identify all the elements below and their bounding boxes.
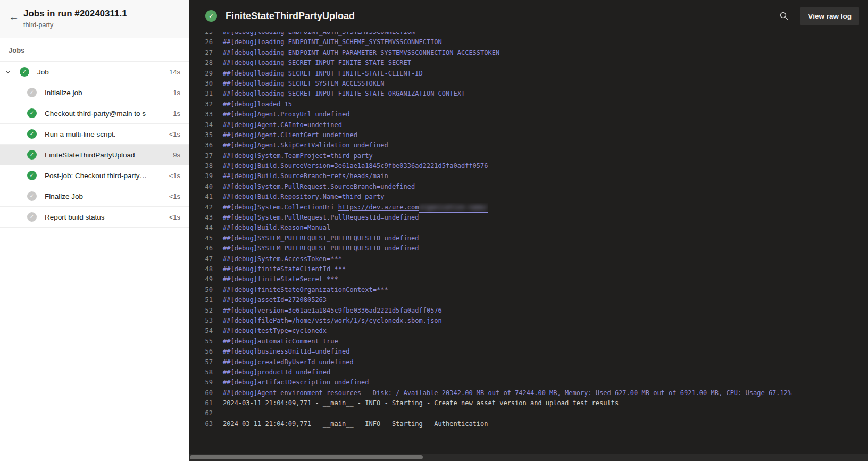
line-number: 56 — [189, 347, 213, 357]
log-line: 612024-03-11 21:04:09,771 - __main__ - I… — [189, 398, 868, 408]
line-text: ##[debug]SYSTEM_PULLREQUEST_PULLREQUESTI… — [223, 233, 419, 244]
line-text: ##[debug]SYSTEM_PULLREQUEST_PULLREQUESTI… — [223, 244, 419, 254]
line-number: 25 — [189, 32, 213, 37]
step-row[interactable]: ✓Run a multi-line script.<1s — [0, 124, 189, 145]
log-line: 36##[debug]Agent.SkipCertValidation=unde… — [189, 140, 868, 150]
line-text: ##[debug]filePath=/home/vsts/work/1/s/cy… — [223, 316, 442, 326]
step-label: Checkout third-party@main to s — [45, 110, 169, 118]
step-row[interactable]: ✓Checkout third-party@main to s1s — [0, 103, 189, 124]
line-text: ##[debug]Agent.ProxyUrl=undefined — [223, 110, 349, 120]
job-row[interactable]: ✓ Job 14s — [0, 62, 189, 82]
line-text: ##[debug]Agent.SkipCertValidation=undefi… — [223, 140, 388, 150]
line-number: 44 — [189, 223, 213, 233]
step-label: Run a multi-line script. — [45, 130, 165, 138]
run-title: Jobs in run #20240311.1 — [23, 7, 127, 20]
line-text: ##[debug]businessUnitId=undefined — [223, 347, 349, 357]
line-number: 29 — [189, 69, 213, 79]
line-number: 31 — [189, 89, 213, 99]
log-line: 51##[debug]assetId=2720805263 — [189, 295, 868, 305]
chevron-down-icon[interactable] — [4, 68, 12, 76]
sidebar-header: ← Jobs in run #20240311.1 third-party — [0, 0, 189, 38]
job-duration: 14s — [169, 68, 180, 76]
line-text: ##[debug]loaded 15 — [223, 99, 292, 110]
log-line: 52##[debug]version=3e61ae1a1845c9fbe0336… — [189, 306, 868, 316]
line-text: ##[debug]loading SECRET_INPUT_FINITE-STA… — [223, 89, 465, 99]
log-line: 38##[debug]Build.SourceVersion=3e61ae1a1… — [189, 161, 868, 171]
log-panel: ✓ FiniteStateThirdPartyUpload View raw l… — [189, 0, 868, 461]
line-text: ##[debug]System.PullRequest.SourceBranch… — [223, 182, 415, 192]
log-line: 50##[debug]finiteStateOrganizationContex… — [189, 285, 868, 295]
line-text: ##[debug]assetId=2720805263 — [223, 295, 327, 305]
step-duration: <1s — [169, 130, 180, 138]
job-success-icon: ✓ — [20, 67, 29, 77]
line-number: 51 — [189, 295, 213, 305]
line-text: ##[debug]loading ENDPOINT_AUTH_PARAMETER… — [223, 48, 499, 58]
step-duration: <1s — [169, 213, 180, 221]
line-text: ##[debug]loading SECRET_SYSTEM_ACCESSTOK… — [223, 79, 384, 89]
log-line: 37##[debug]System.TeamProject=third-part… — [189, 151, 868, 161]
log-line: 49##[debug]finiteStateSecret=*** — [189, 274, 868, 284]
log-link[interactable]: https://dev.azure.com — [338, 204, 419, 211]
log-body[interactable]: 25##[debug]loading ENDPOINT_AUTH_SYSTEMV… — [189, 32, 868, 454]
horizontal-scrollbar[interactable] — [189, 454, 868, 461]
line-text: ##[debug]finiteStateClientId=*** — [223, 264, 346, 274]
step-row[interactable]: ✓Initialize job1s — [0, 82, 189, 103]
line-number: 27 — [189, 48, 213, 58]
line-number: 52 — [189, 306, 213, 316]
line-text: ##[debug]System.AccessToken=*** — [223, 254, 342, 264]
line-number: 49 — [189, 274, 213, 284]
line-number: 42 — [189, 203, 213, 213]
step-row[interactable]: ✓Report build status<1s — [0, 207, 189, 228]
line-text: ##[debug]finiteStateSecret=*** — [223, 274, 338, 284]
step-row[interactable]: ✓Post-job: Checkout third-party…<1s — [0, 165, 189, 186]
step-success-icon: ✓ — [27, 171, 37, 180]
step-success-icon: ✓ — [27, 108, 37, 118]
line-text: 2024-03-11 21:04:09,771 - __main__ - INF… — [223, 398, 619, 408]
log-line: 56##[debug]businessUnitId=undefined — [189, 347, 868, 357]
jobs-sidebar: ← Jobs in run #20240311.1 third-party Jo… — [0, 0, 189, 461]
line-number: 28 — [189, 58, 213, 68]
line-number: 45 — [189, 233, 213, 244]
line-text: ##[debug]Agent.ClientCert=undefined — [223, 130, 357, 140]
log-line: 59##[debug]artifactDescription=undefined — [189, 378, 868, 388]
log-line: 35##[debug]Agent.ClientCert=undefined — [189, 130, 868, 140]
line-number: 60 — [189, 388, 213, 398]
line-text: ##[debug]createdByUserId=undefined — [223, 357, 354, 367]
line-text: ##[debug]Agent.CAInfo=undefined — [223, 120, 342, 130]
line-number: 46 — [189, 244, 213, 254]
step-neutral-icon: ✓ — [27, 88, 37, 97]
log-step-title: FiniteStateThirdPartyUpload — [226, 11, 775, 22]
view-raw-log-button[interactable]: View raw log — [800, 7, 859, 25]
log-line: 31##[debug]loading SECRET_INPUT_FINITE-S… — [189, 89, 868, 99]
line-number: 61 — [189, 398, 213, 408]
log-line: 60##[debug]Agent environment resources -… — [189, 388, 868, 398]
log-line: 62 — [189, 408, 868, 418]
log-line: 32##[debug]loaded 15 — [189, 99, 868, 110]
line-number: 37 — [189, 151, 213, 161]
line-text: ##[debug]System.TeamProject=third-party — [223, 151, 373, 161]
line-number: 38 — [189, 161, 213, 171]
line-number: 53 — [189, 316, 213, 326]
log-line: 47##[debug]System.AccessToken=*** — [189, 254, 868, 264]
step-row[interactable]: ✓Finalize Job<1s — [0, 186, 189, 207]
search-icon[interactable] — [775, 7, 792, 24]
steps-list: ✓Initialize job1s✓Checkout third-party@m… — [0, 82, 189, 228]
step-row[interactable]: ✓FiniteStateThirdPartyUpload9s — [0, 145, 189, 165]
step-duration: <1s — [169, 192, 180, 200]
scrollbar-thumb[interactable] — [190, 455, 423, 459]
log-line: 57##[debug]createdByUserId=undefined — [189, 357, 868, 367]
log-line: 42##[debug]System.CollectionUri=https://… — [189, 203, 868, 213]
step-duration: 9s — [173, 151, 180, 159]
line-text: ##[debug]productId=undefined — [223, 367, 330, 378]
log-line: 46##[debug]SYSTEM_PULLREQUEST_PULLREQUES… — [189, 244, 868, 254]
log-line: 39##[debug]Build.SourceBranch=refs/heads… — [189, 171, 868, 181]
back-arrow-icon[interactable]: ← — [5, 9, 22, 26]
line-text: ##[debug]automaticComment=true — [223, 337, 338, 347]
line-number: 57 — [189, 357, 213, 367]
step-success-icon: ✓ — [27, 129, 37, 139]
log-line: 28##[debug]loading SECRET_INPUT_FINITE-S… — [189, 58, 868, 68]
log-line: 34##[debug]Agent.CAInfo=undefined — [189, 120, 868, 130]
line-number: 33 — [189, 110, 213, 120]
log-line: 25##[debug]loading ENDPOINT_AUTH_SYSTEMV… — [189, 32, 868, 37]
line-text: ##[debug]Agent environment resources - D… — [223, 388, 791, 398]
